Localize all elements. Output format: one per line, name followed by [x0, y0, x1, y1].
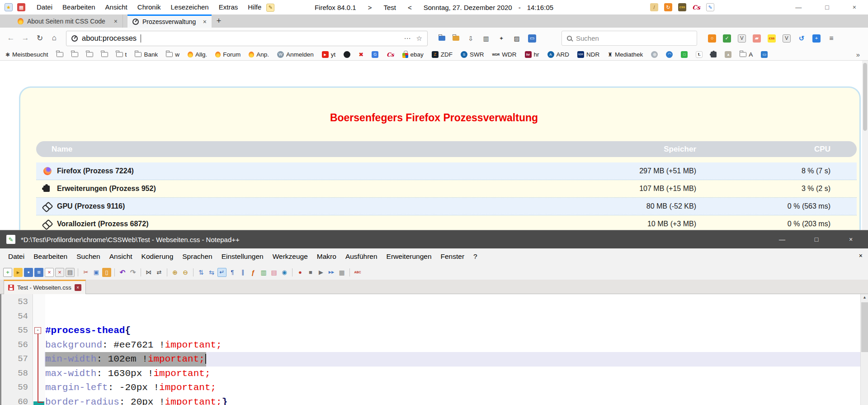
bookmark-x-red[interactable]: ✖ [359, 51, 363, 58]
indent-guide-icon[interactable]: ∥ [238, 268, 247, 277]
bookmark-swr[interactable]: SSWR [461, 51, 484, 58]
notepad-tab-close-icon[interactable]: × [75, 284, 81, 291]
bookmark-extension-puzzle[interactable] [711, 52, 717, 57]
home-button[interactable]: ⌂ [47, 33, 61, 43]
bookmark-allg[interactable]: Allg. [188, 51, 207, 58]
editor-scrollbar[interactable]: ▲ [860, 294, 868, 405]
bookmark-ebay[interactable]: ebay [402, 51, 424, 58]
npp-menu-makro[interactable]: Makro [312, 253, 341, 261]
npp-menu-werkzeuge[interactable]: Werkzeuge [268, 253, 312, 261]
minimize-button[interactable]: — [795, 4, 802, 11]
menu-item-ansicht[interactable]: Ansicht [100, 0, 132, 14]
macro-run-all-icon[interactable]: ▶▶ [327, 268, 336, 277]
monitoring-icon[interactable]: ◉ [280, 268, 289, 277]
eraser-icon[interactable]: ▰ [753, 34, 761, 43]
bookmark-cliqz[interactable]: Cs [387, 51, 394, 58]
bookmark-ard[interactable]: AARD [547, 51, 570, 58]
qr-orange-icon[interactable]: ○ [708, 34, 716, 43]
npp-minimize-button[interactable]: — [765, 230, 799, 248]
bookmark-blue-service[interactable]: ◠ [666, 51, 673, 58]
new-tab-button[interactable]: + [212, 14, 226, 28]
word-wrap-icon[interactable]: ↵ [217, 268, 226, 277]
quill-note-icon[interactable]: ✎ [266, 4, 274, 12]
menu-item-extras[interactable]: Extras [214, 0, 243, 14]
spellcheck-abc-icon[interactable]: ABC [353, 268, 362, 277]
npp-menu-fenster[interactable]: Fenster [436, 253, 469, 261]
css-toggle-icon[interactable]: CSS [768, 34, 776, 43]
note-edit-icon[interactable]: ✎ [706, 3, 714, 11]
notepad-menu-close-icon[interactable]: × [859, 252, 863, 259]
npp-menu-ansicht[interactable]: Ansicht [105, 253, 137, 261]
broom-icon[interactable]: / [650, 3, 658, 11]
tab-close-icon[interactable]: × [114, 18, 118, 25]
bookmark-globe[interactable]: ⊕ [651, 51, 658, 58]
download-arrow-icon[interactable]: ⇩ [467, 34, 475, 43]
v2-gray-icon[interactable]: V [783, 34, 791, 43]
save-all-icon[interactable]: ≡ [34, 268, 43, 277]
bookmark-meistbesucht[interactable]: ✱Meistbesucht [5, 51, 48, 58]
sync-vertical-icon[interactable]: ⇅ [197, 268, 206, 277]
macro-record-icon[interactable]: ● [296, 268, 305, 277]
npp-maximize-button[interactable]: □ [799, 230, 834, 248]
v-gray-icon[interactable]: V [738, 34, 746, 43]
bookmark-zdf[interactable]: ZZDF [432, 51, 453, 58]
code-editor[interactable]: 535455-#process-thead{56background: #ee7… [0, 294, 868, 405]
code-line[interactable]: 55-#process-thead{ [0, 324, 868, 338]
bookmark-folder-bank[interactable]: Bank [135, 51, 158, 58]
bookmark-youtube[interactable]: ▶yt [322, 51, 336, 58]
npp-menu-erweiterungen[interactable]: Erweiterungen [382, 253, 436, 261]
bookmark-github[interactable] [344, 51, 350, 58]
savefrom-swoosh-icon[interactable]: ↺ [797, 34, 806, 43]
close-button[interactable]: × [853, 4, 856, 11]
zoom-out-icon[interactable]: ⊖ [181, 268, 190, 277]
forward-button[interactable]: → [18, 33, 33, 43]
process-row[interactable]: Voralloziert (Prozess 6872)10 MB (+3 MB)… [36, 215, 857, 230]
bookmark-folder-w[interactable]: w [166, 51, 179, 58]
save-icon[interactable]: ▪ [24, 268, 33, 277]
macro-play-icon[interactable]: ▶ [316, 268, 326, 277]
doc-map-icon[interactable]: ▥ [259, 268, 268, 277]
bookmark-folder-3[interactable] [86, 52, 93, 57]
restore-button[interactable]: □ [825, 4, 829, 11]
bookmark-star-icon[interactable]: ☆ [416, 34, 422, 43]
bookmarks-folder-icon[interactable] [439, 36, 445, 41]
new-file-icon[interactable]: + [3, 268, 12, 277]
bookmark-anp[interactable]: Anp. [249, 51, 269, 58]
print-icon[interactable]: ▤ [66, 268, 75, 277]
sync-horizontal-icon[interactable]: ⇆ [207, 268, 216, 277]
menu-item-bearbeiten[interactable]: Bearbeiten [57, 0, 100, 14]
find-icon[interactable]: ⋈ [144, 268, 153, 277]
npp-menu-einstellungen[interactable]: Einstellungen [217, 253, 268, 261]
tab-close-icon[interactable]: × [203, 18, 207, 25]
bookmark-forum[interactable]: Forum [215, 51, 241, 58]
bookmark-translate[interactable]: G [372, 51, 378, 58]
close-all-docs-icon[interactable]: × [55, 268, 64, 277]
code-line[interactable]: 57min-width: 102em !important; [0, 352, 868, 367]
open-file-icon[interactable]: ▸ [14, 268, 23, 277]
reload-button[interactable]: ↻ [33, 33, 47, 43]
bookmark-ndr[interactable]: NDRNDR [577, 51, 599, 58]
menu-item-lesezeichen[interactable]: Lesezeichen [165, 0, 213, 14]
process-row[interactable]: Firefox (Prozess 7224)297 MB (+51 MB)8 %… [36, 162, 857, 180]
undo-icon[interactable]: ↶ [118, 268, 127, 277]
cut-icon[interactable]: ✂ [81, 268, 90, 277]
bookmark-wdr[interactable]: WDRWDR [492, 51, 517, 58]
code-line[interactable]: 59margin-left: -20px !important; [0, 381, 868, 395]
npp-menu-kodierung[interactable]: Kodierung [137, 253, 178, 261]
bookmark-folder-4[interactable] [101, 52, 108, 57]
redo-icon[interactable]: ↷ [128, 268, 137, 277]
clapperboard-icon[interactable]: ▨ [513, 34, 521, 43]
bookmark-hr[interactable]: hrhr [525, 51, 539, 58]
code-line[interactable]: 53 [0, 295, 868, 310]
bookmark-wordpress-anmelden[interactable]: WAnmelden [277, 51, 314, 58]
bookmark-blue-window[interactable]: ▭ [761, 51, 768, 58]
code-line[interactable]: 56background: #ee7621 !important; [0, 338, 868, 353]
npp-menu-ausfhren[interactable]: Ausführen [341, 253, 382, 261]
fold-collapse-icon[interactable]: - [34, 327, 41, 334]
session-window-icon[interactable]: ★ [5, 3, 13, 11]
bookmark-t-service[interactable]: t. [696, 51, 703, 58]
add-window-icon[interactable]: + [812, 34, 821, 43]
bookmarks-overflow-icon[interactable]: » [856, 51, 863, 58]
tab-prozessverwaltung[interactable]: Prozessverwaltung × [127, 14, 212, 28]
bookmark-green-service[interactable]: □ [681, 51, 688, 58]
